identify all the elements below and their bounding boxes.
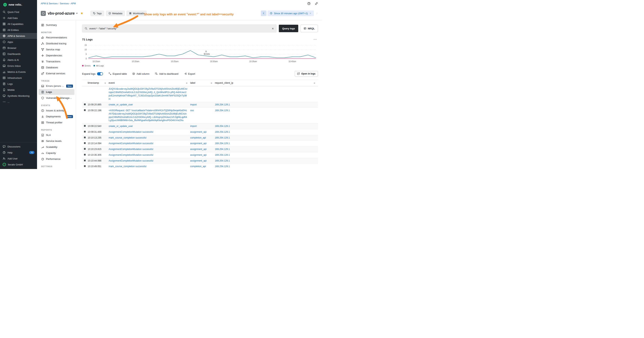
sidebar-item-synthetic-monitoring[interactable]: Synthetic Monitoring [0, 93, 37, 99]
log-row[interactable]: 10:09:20.895create_or_update_userimport1… [82, 102, 318, 108]
cell-ip-link[interactable]: 169.254.129.1 [215, 165, 230, 168]
cell-label-link[interactable]: sso [190, 109, 194, 112]
nrql-button[interactable]: NRQL [300, 25, 318, 32]
log-row[interactable]: 10:09:22.196<ASGIRequest: GET '/sso/call… [82, 108, 318, 124]
log-row[interactable]: 10:10:44.066AssignmentCompletionMutation… [82, 158, 318, 164]
cell-ip-link[interactable]: 169.254.129.1 [215, 109, 230, 112]
log-row[interactable]: 10:10:49.051mark_course_completion succe… [82, 164, 318, 169]
row-checkbox[interactable] [84, 131, 86, 133]
cell-label-link[interactable]: assignment_api [190, 159, 207, 162]
cell-ip-link[interactable]: 169.254.129.1 [215, 154, 230, 156]
cell-event-link[interactable]: JUQVU&code=eyJraWQiOiJjcGltY29yZV8wOTl1M… [109, 88, 187, 100]
cell-label-link[interactable]: import [190, 103, 197, 106]
row-select[interactable] [82, 124, 88, 127]
subnav-item-sla[interactable]: SLA [38, 132, 74, 138]
subnav-item-errors-errors-inb[interactable]: Errors (errors inb...New [38, 83, 74, 89]
row-select[interactable] [82, 158, 88, 161]
cell-event-link[interactable]: create_or_update_user [109, 103, 133, 106]
log-row[interactable]: 10:09:22.540create_or_update_userimport1… [82, 124, 318, 129]
log-row[interactable]: JUQVU&code=eyJraWQiOiJjcGltY29yZV8wOTl1M… [82, 86, 318, 102]
remove-column-icon[interactable]: × [312, 82, 315, 84]
row-checkbox[interactable] [84, 148, 86, 150]
subnav-item-service-levels[interactable]: Service levels [38, 138, 74, 144]
log-row[interactable]: 10:10:35.305AssignmentCompletionMutation… [82, 152, 318, 158]
sidebar-item-add-data[interactable]: Add Data [0, 15, 37, 21]
row-checkbox[interactable] [84, 165, 86, 167]
row-checkbox[interactable] [84, 154, 86, 156]
cell-event-link[interactable]: mark_course_completion successful [109, 165, 146, 168]
add-to-dashboard-button[interactable]: Add to dashboard [155, 73, 178, 75]
subnav-item-transactions[interactable]: Transactions [38, 59, 74, 64]
sidebar-item-mobile[interactable]: Mobile [0, 87, 37, 93]
row-select[interactable] [82, 141, 88, 144]
sidebar-item-browser[interactable]: Browser [0, 45, 37, 51]
cell-event-link[interactable]: <ASGIRequest: GET '/sso/callback/?state=… [109, 109, 187, 122]
cell-event-link[interactable]: AssignmentCompletionMutation successful [109, 154, 153, 156]
metadata-button[interactable]: Metadata [106, 11, 125, 16]
more-menu-button[interactable]: ⋯ [312, 37, 318, 41]
cell-label-link[interactable]: completion_api [190, 165, 206, 168]
row-checkbox[interactable] [84, 137, 86, 138]
row-checkbox[interactable] [84, 142, 86, 144]
row-select[interactable] [82, 164, 88, 167]
help-circle-button[interactable] [306, 1, 312, 6]
cell-label-link[interactable]: import [190, 125, 197, 127]
expand-table-button[interactable]: Expand table [109, 73, 127, 75]
column-header-label[interactable]: label× [190, 80, 215, 86]
subnav-item-logs[interactable]: Logs [38, 89, 74, 95]
breadcrumb-link-services-apm[interactable]: Services - APM [60, 2, 76, 5]
subnav-item-distributed-tracing[interactable]: Distributed tracing [38, 41, 74, 47]
subnav-item-dependencies[interactable]: Dependencies [38, 53, 74, 58]
legend-errors[interactable]: Errors [82, 65, 90, 67]
cell-event-link[interactable]: AssignmentCompletionMutation successful [109, 159, 153, 162]
sidebar-item-apps[interactable]: Apps [0, 39, 37, 45]
cell-label-link[interactable]: completion_api [190, 136, 206, 139]
row-select[interactable] [82, 152, 88, 156]
breadcrumb-link-apm-services[interactable]: APM & Services [41, 2, 58, 5]
sidebar-footer-iterativ-gmbh[interactable]: Iterativ GmbH [0, 162, 37, 168]
cell-ip-link[interactable]: 169.254.129.1 [215, 125, 230, 127]
cell-ip-link[interactable]: 169.254.129.1 [215, 148, 230, 150]
tags-button[interactable]: Tags [90, 11, 104, 16]
toggle-on-icon[interactable] [97, 72, 103, 75]
cell-ip-link[interactable]: 169.254.129.1 [215, 159, 230, 162]
log-row[interactable]: 10:09:31.439AssignmentCompletionMutation… [82, 129, 318, 135]
open-in-logs-button[interactable]: Open in logs [295, 71, 318, 77]
sidebar-footer-discussions[interactable]: Discussions [0, 144, 37, 150]
clear-query-icon[interactable]: × [271, 27, 274, 30]
row-select[interactable] [82, 147, 88, 150]
cell-event-link[interactable]: AssignmentCompletionMutation successful [109, 148, 153, 150]
cell-event-link[interactable]: mark_course_completion successful [109, 136, 146, 139]
cell-ip-link[interactable]: 169.254.129.1 [215, 103, 230, 106]
column-header-timestamp[interactable]: timestamp× [88, 80, 109, 86]
cell-label-link[interactable]: assignment_api [190, 131, 207, 133]
subnav-item-capacity[interactable]: Capacity [38, 150, 74, 156]
cell-ip-link[interactable]: 169.254.129.1 [215, 136, 230, 139]
sidebar-item-logs[interactable]: Logs [0, 81, 37, 87]
favorite-star-button[interactable]: ★ [80, 11, 84, 15]
time-range-button[interactable]: Since 30 minutes ago (GMT+2) [268, 11, 314, 16]
subnav-item-performance[interactable]: Performance [38, 156, 74, 162]
row-checkbox[interactable] [84, 125, 86, 127]
log-query-input[interactable] [89, 27, 270, 30]
cell-event-link[interactable]: AssignmentCompletionMutation successful [109, 142, 153, 145]
permalink-icon[interactable] [314, 1, 319, 6]
cell-ip-link[interactable]: 169.254.129.1 [215, 131, 230, 133]
subnav-item-external-services[interactable]: External services [38, 71, 74, 76]
sidebar-item-errors-inbox[interactable]: Errors Inbox [0, 63, 37, 69]
cell-label-link[interactable]: assignment_api [190, 154, 207, 156]
subnav-item-service-map[interactable]: Service map [38, 47, 74, 52]
time-back-button[interactable] [261, 11, 266, 16]
sidebar-item-infrastructure[interactable]: Infrastructure [0, 75, 37, 81]
log-row[interactable]: 10:10:14.094AssignmentCompletionMutation… [82, 141, 318, 147]
sidebar-item-dashboards[interactable]: Dashboards [0, 51, 37, 57]
column-header-event[interactable]: event× [109, 80, 190, 86]
sidebar-item-apm-services[interactable]: APM & Services [0, 33, 37, 39]
expand-logs-toggle[interactable]: Expand logs [82, 72, 103, 75]
cell-event-link[interactable]: AssignmentCompletionMutation successful [109, 131, 153, 133]
sidebar-item-all-entities[interactable]: All Entities [0, 27, 37, 33]
sidebar-item-quick-find[interactable]: Quick Find [0, 9, 37, 15]
remove-column-icon[interactable]: × [209, 82, 212, 84]
cell-ip-link[interactable]: 169.254.129.1 [215, 142, 230, 145]
sidebar-item-more[interactable]: ... [0, 99, 37, 105]
